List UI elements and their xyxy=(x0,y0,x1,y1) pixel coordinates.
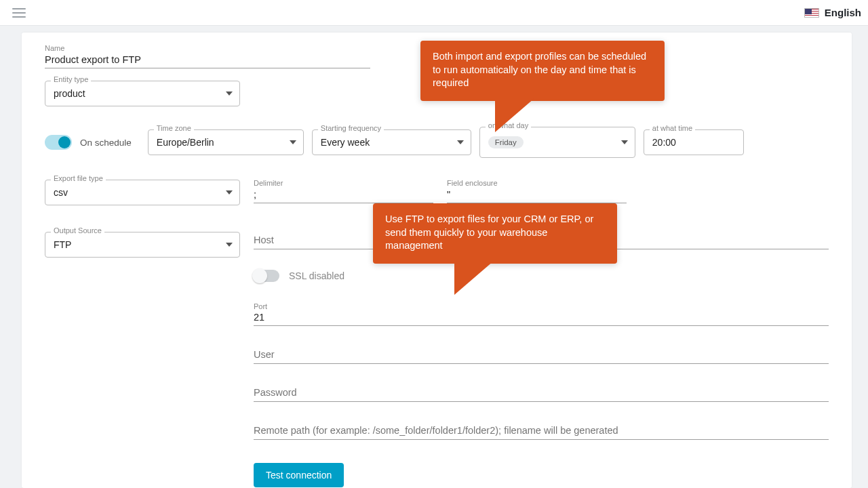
delimiter-input[interactable] xyxy=(254,187,433,203)
schedule-row: On schedule Time zone Europe/Berlin Star… xyxy=(45,127,829,158)
name-label: Name xyxy=(45,45,370,52)
schedule-toggle[interactable] xyxy=(45,135,72,150)
chevron-down-icon xyxy=(226,92,233,96)
chevron-down-icon xyxy=(226,190,233,195)
output-source-select[interactable]: Output Source FTP xyxy=(45,232,240,258)
ftp-settings: SSL disabled Port Test connection xyxy=(254,232,829,487)
enclosure-input[interactable] xyxy=(447,187,627,203)
topbar: English xyxy=(0,0,868,26)
ssl-label: SSL disabled xyxy=(289,270,344,281)
frequency-select[interactable]: Starting frequency Every week xyxy=(312,129,471,155)
callout-schedule: Both import and export profiles can be s… xyxy=(420,41,665,101)
name-field: Name xyxy=(45,45,370,68)
port-field: Port xyxy=(254,302,829,326)
port-input[interactable] xyxy=(254,310,829,326)
user-input[interactable] xyxy=(254,349,829,364)
chevron-down-icon xyxy=(226,243,233,247)
menu-icon[interactable] xyxy=(12,8,26,18)
export-filetype-select[interactable]: Export file type csv xyxy=(45,180,240,205)
remote-path-input[interactable] xyxy=(254,425,829,440)
chevron-down-icon xyxy=(457,140,464,144)
chevron-down-icon xyxy=(290,140,296,144)
language-switcher[interactable]: English xyxy=(804,7,861,18)
delimiter-field: Delimiter xyxy=(254,180,433,203)
day-chip: Friday xyxy=(488,136,524,148)
test-connection-button[interactable]: Test connection xyxy=(254,463,344,487)
time-input[interactable]: at what time 20:00 xyxy=(644,129,744,155)
name-input[interactable] xyxy=(45,52,370,68)
entity-type-value: product xyxy=(54,88,85,99)
output-row: Output Source FTP SSL disabled Port Test… xyxy=(45,232,829,487)
entity-type-select[interactable]: Entity type product xyxy=(45,81,240,106)
timezone-select[interactable]: Time zone Europe/Berlin xyxy=(148,129,304,155)
password-input[interactable] xyxy=(254,387,829,402)
language-label: English xyxy=(825,7,861,18)
chevron-down-icon xyxy=(621,140,628,144)
entity-type-label: Entity type xyxy=(51,76,91,83)
enclosure-field: Field enclosure xyxy=(447,180,627,203)
schedule-toggle-label: On schedule xyxy=(80,138,132,148)
callout-ftp: Use FTP to export files for your CRM or … xyxy=(373,203,617,264)
ssl-row: SSL disabled xyxy=(254,270,829,282)
flag-us-icon xyxy=(804,8,819,18)
ssl-toggle[interactable] xyxy=(254,270,279,282)
